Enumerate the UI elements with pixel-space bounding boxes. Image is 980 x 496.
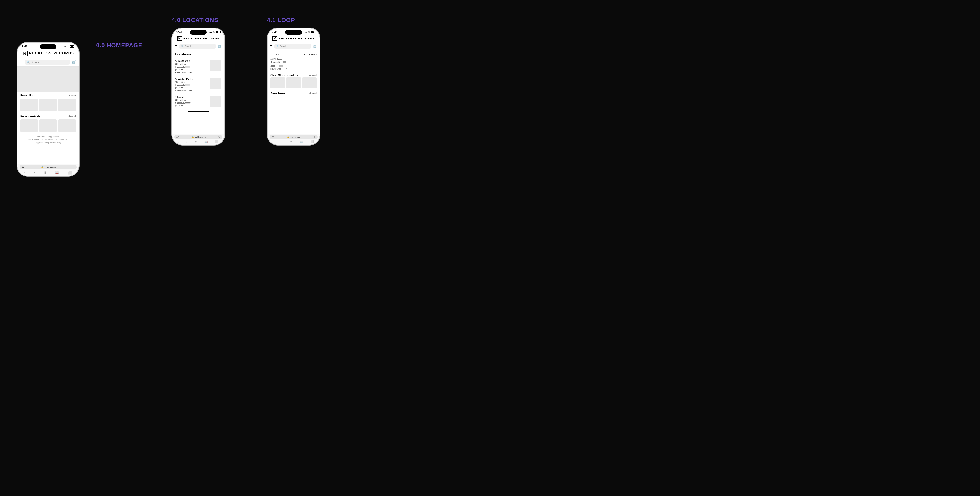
refresh-icon-locations[interactable]: ↻	[218, 136, 220, 138]
tabs-icon-loop[interactable]: ⬜	[310, 140, 314, 144]
forward-icon-homepage[interactable]: ›	[34, 171, 35, 174]
dynamic-island-locations	[190, 30, 207, 35]
tabs-icon-homepage[interactable]: ⬜	[68, 171, 72, 174]
home-bar-homepage	[38, 148, 59, 148]
search-icon-loop: 🔍	[276, 45, 279, 48]
loop-store-info: 123 N. Street Chicago, IL 00000 (000) 00…	[270, 57, 317, 70]
logo-name-homepage: RECKLESS RECORDS	[29, 51, 74, 56]
search-box-loop[interactable]: 🔍 Search	[274, 44, 312, 48]
location-item-wickerpark[interactable]: ♡ Wicker Park > 123 N. Street Chicago, I…	[175, 76, 221, 94]
share-icon-loop[interactable]: ⬆	[290, 140, 292, 144]
font-size-label-locations: AA	[177, 136, 179, 138]
logo-name-loop: RECKLESS RECORDS	[279, 37, 315, 40]
logo-header-loop: R RECKLESS RECORDS	[267, 35, 320, 42]
menu-icon-locations[interactable]: ☰	[175, 45, 177, 48]
inventory-thumb-3[interactable]	[302, 78, 317, 88]
search-placeholder-loop: Search	[280, 45, 286, 48]
loop-thumb	[210, 96, 221, 107]
search-box-homepage[interactable]: 🔍 Search	[25, 60, 70, 65]
phone-homepage: 9:41 ▪▪▪ ⊃ R RECKLESS RECORDS ☰ 🔍 Search…	[17, 42, 80, 176]
footer-social: Social Media 1 | Social Media 2 | Social…	[21, 138, 76, 141]
bookmarks-icon-locations[interactable]: 📖	[204, 140, 208, 144]
logo-locations: R RECKLESS RECORDS	[177, 36, 219, 40]
browser-url-homepage: AA 🔒 reckless.com ↻	[19, 165, 76, 169]
nav-bar-loop: ☰ 🔍 Search 🛒	[267, 42, 320, 50]
back-icon-loop[interactable]: ‹	[274, 140, 274, 144]
footer-homepage: Locations | Blog | Support Social Media …	[18, 133, 79, 146]
loop-info: ♥ Loop > 123 N. Street Chicago, IL 00000…	[175, 96, 208, 107]
recent-arrivals-title: Recent Arrivals	[21, 115, 40, 118]
nav-bar-homepage: ☰ 🔍 Search 🛒	[18, 58, 79, 67]
loop-store-address: 123 N. Street	[270, 57, 317, 61]
status-bar-loop: 9:41 ▪▪▪ ⊃	[267, 28, 320, 35]
page-content-loop: Loop ♥ YOUR STORE 123 N. Street Chicago,…	[267, 50, 320, 96]
your-store-badge: ♥ YOUR STORE	[304, 54, 317, 56]
browser-nav-locations: ‹ › ⬆ 📖 ⬜	[174, 140, 222, 144]
recent-arrivals-row	[21, 120, 76, 132]
cart-icon-homepage[interactable]: 🛒	[72, 60, 76, 64]
recent-arrivals-view-all[interactable]: View all	[68, 115, 76, 118]
logo-loop: R RECKLESS RECORDS	[272, 36, 315, 40]
label-locations: 4.0 LOCATIONS	[172, 17, 225, 24]
home-bar-locations	[188, 111, 209, 112]
loop-store-phone: (000) 000-0000	[270, 64, 317, 67]
location-item-lakeview[interactable]: ♡ Lakeview > 123 N. Street Chicago, IL 0…	[175, 58, 221, 76]
back-icon-homepage[interactable]: ‹	[24, 171, 25, 174]
recent-arrivals-thumb-3[interactable]	[58, 120, 76, 132]
wickerpark-info: ♡ Wicker Park > 123 N. Street Chicago, I…	[175, 78, 208, 92]
battery-icon-loc	[215, 31, 220, 33]
status-icons-locations: ▪▪▪ ⊃	[210, 31, 220, 33]
url-locations: 🔒 reckless.com	[192, 136, 206, 138]
tabs-icon-locations[interactable]: ⬜	[215, 140, 218, 144]
forward-icon-loop[interactable]: ›	[282, 140, 282, 144]
url-homepage: 🔒 reckless.com	[41, 166, 56, 168]
logo-r-loop: R	[272, 36, 277, 40]
forward-icon-locations[interactable]: ›	[186, 140, 187, 144]
bookmarks-icon-homepage[interactable]: 📖	[55, 171, 59, 174]
home-indicator-loop	[267, 96, 320, 100]
search-box-locations[interactable]: 🔍 Search	[179, 44, 216, 48]
bestsellers-header: Bestsellers View all	[21, 94, 76, 97]
footer-links: Locations | Blog | Support	[21, 135, 76, 138]
status-bar-locations: 9:41 ▪▪▪ ⊃	[172, 28, 224, 35]
share-icon-homepage[interactable]: ⬆	[44, 171, 46, 174]
refresh-icon-loop[interactable]: ↻	[314, 136, 315, 138]
bestsellers-thumb-3[interactable]	[58, 99, 76, 111]
refresh-icon-homepage[interactable]: ↻	[73, 166, 75, 168]
shop-inventory-view-all[interactable]: View all	[309, 74, 317, 76]
logo-header-locations: R RECKLESS RECORDS	[172, 35, 224, 42]
bestsellers-title: Bestsellers	[21, 94, 35, 97]
logo-homepage: R RECKLESS RECORDS	[22, 51, 74, 56]
recent-arrivals-thumb-1[interactable]	[21, 120, 38, 132]
loop-store-hours: Hours: 10am – 7pm	[270, 67, 317, 70]
search-icon-locations: 🔍	[181, 45, 184, 48]
bestsellers-view-all[interactable]: View all	[68, 94, 76, 97]
phone-loop: 9:41 ▪▪▪ ⊃ R RECKLESS RECORDS ☰ 🔍 Search	[267, 28, 320, 145]
menu-icon-loop[interactable]: ☰	[270, 45, 273, 48]
location-item-loop[interactable]: ♥ Loop > 123 N. Street Chicago, IL 00000…	[175, 94, 221, 109]
signal-icon-loop: ▪▪▪	[305, 31, 307, 33]
bestsellers-thumb-2[interactable]	[40, 99, 57, 111]
cart-icon-loop[interactable]: 🛒	[313, 45, 317, 48]
inventory-thumb-2[interactable]	[286, 78, 301, 88]
bookmarks-icon-loop[interactable]: 📖	[300, 140, 303, 144]
label-loop: 4.1 LOOP	[267, 17, 320, 24]
lakeview-thumb	[210, 60, 221, 71]
menu-icon-homepage[interactable]: ☰	[20, 60, 23, 64]
back-icon-locations[interactable]: ‹	[178, 140, 179, 144]
inventory-thumb-1[interactable]	[270, 78, 285, 88]
logo-header-homepage: R RECKLESS RECORDS	[18, 49, 79, 58]
browser-bar-locations: AA 🔒 reckless.com ↻ ‹ › ⬆ 📖 ⬜	[172, 134, 224, 145]
store-inventory-row	[270, 78, 317, 88]
cart-icon-locations[interactable]: 🛒	[218, 45, 222, 48]
bestsellers-thumb-1[interactable]	[21, 99, 38, 111]
store-news-view-all[interactable]: View all	[309, 92, 317, 94]
recent-arrivals-thumb-2[interactable]	[40, 120, 57, 132]
wifi-icon: ⊃	[67, 45, 69, 48]
nav-bar-locations: ☰ 🔍 Search 🛒	[172, 42, 224, 50]
status-icons-loop: ▪▪▪ ⊃	[305, 31, 315, 33]
share-icon-locations[interactable]: ⬆	[195, 140, 197, 144]
loop-store-city: Chicago, IL 00000	[270, 61, 317, 64]
footer-copyright: Copyright 2024 | Privacy Policy	[21, 141, 76, 144]
browser-nav-homepage: ‹ › ⬆ 📖 ⬜	[19, 171, 76, 174]
